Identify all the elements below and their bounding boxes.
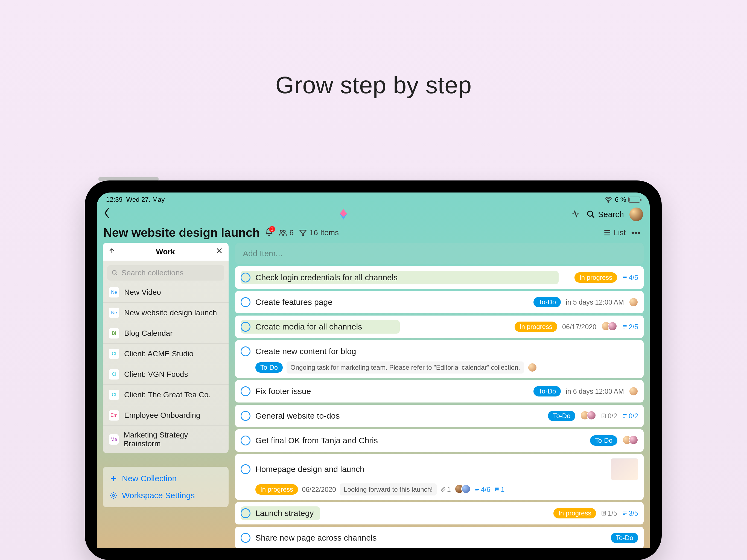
status-pill[interactable]: To-Do <box>255 362 283 373</box>
task-item[interactable]: Create features page To-Do in 5 days 12:… <box>235 291 644 313</box>
subtask-counter[interactable]: 4/6 <box>474 486 491 493</box>
task-list: Add Item... Check login credentials for … <box>235 243 644 548</box>
comment-counter[interactable]: 1 <box>494 486 505 493</box>
activity-icon[interactable] <box>571 209 580 219</box>
collection-tag: Ma <box>109 434 119 444</box>
assignee-avatars[interactable] <box>580 411 596 421</box>
task-checkbox[interactable] <box>241 508 251 518</box>
task-item[interactable]: General website to-dos To-Do 0/20/2 <box>235 405 644 427</box>
assignee-avatar[interactable] <box>629 387 638 396</box>
status-bar: 12:39 Wed 27. May 6 % <box>97 193 650 206</box>
sidebar-collection-item[interactable]: Cl Client: VGN Foods <box>103 364 229 385</box>
task-checkbox[interactable] <box>241 411 251 421</box>
collection-tag: Ne <box>109 287 119 298</box>
status-pill[interactable]: In progress <box>553 508 596 518</box>
svg-point-7 <box>112 494 114 497</box>
task-checkbox[interactable] <box>241 386 251 396</box>
sidebar-close-button[interactable] <box>215 247 223 257</box>
attachment-counter[interactable]: 1 <box>440 486 451 493</box>
filter-button[interactable]: 16 Items <box>299 228 339 237</box>
assignee-avatars[interactable] <box>455 484 470 495</box>
subtask-counter[interactable]: 4/5 <box>622 274 638 282</box>
svg-point-3 <box>588 211 593 216</box>
status-pill[interactable]: In progress <box>515 322 557 332</box>
tablet-frame: 12:39 Wed 27. May 6 % Search <box>85 180 662 560</box>
collection-tag: Bl <box>109 328 119 338</box>
sidebar: Work Search collections Ne New VideoNe N… <box>103 243 229 507</box>
task-item[interactable]: Check login credentials for all channels… <box>235 266 644 289</box>
assignee-avatar[interactable] <box>629 298 638 307</box>
task-item[interactable]: Create media for all channels In progres… <box>235 315 644 338</box>
user-avatar[interactable] <box>629 207 643 221</box>
subtask-counter[interactable]: 0/2 <box>622 412 638 420</box>
plus-icon <box>109 475 118 483</box>
assignee-avatars[interactable] <box>622 435 638 446</box>
status-pill[interactable]: To-Do <box>590 435 617 446</box>
status-pill[interactable]: To-Do <box>611 533 638 543</box>
task-date: 06/22/2020 <box>302 486 336 493</box>
collection-label: Client: ACME Studio <box>124 350 194 358</box>
sidebar-collection-item[interactable]: Cl Client: The Great Tea Co. <box>103 385 229 405</box>
task-item[interactable]: Share new page across channels To-Do <box>235 527 644 548</box>
task-checkbox[interactable] <box>241 347 251 356</box>
task-checkbox[interactable] <box>241 322 251 332</box>
task-thumbnail <box>611 458 638 480</box>
more-menu-button[interactable]: ••• <box>628 228 643 238</box>
subtask-counter[interactable]: 2/5 <box>622 323 638 331</box>
status-pill[interactable]: In progress <box>574 272 617 283</box>
collection-label: Client: The Great Tea Co. <box>124 390 210 399</box>
notification-badge: 1 <box>269 226 275 232</box>
sidebar-up-button[interactable] <box>108 247 115 256</box>
assignee-avatar[interactable] <box>528 363 537 372</box>
sidebar-collection-item[interactable]: Bl Blog Calendar <box>103 323 229 344</box>
search-button[interactable]: Search <box>587 210 624 219</box>
status-pill[interactable]: To-Do <box>548 411 575 421</box>
task-meta-text: in 5 days 12:00 AM <box>566 298 624 306</box>
svg-point-4 <box>280 230 282 232</box>
collection-label: New Video <box>124 288 161 297</box>
task-title: General website to-dos <box>255 411 543 421</box>
note-counter[interactable]: 0/2 <box>601 412 617 420</box>
svg-point-6 <box>112 271 116 274</box>
svg-point-5 <box>283 230 285 232</box>
task-checkbox[interactable] <box>241 436 251 446</box>
task-item[interactable]: Homepage design and launch In progress 0… <box>235 454 644 500</box>
status-pill[interactable]: In progress <box>255 484 298 495</box>
back-button[interactable] <box>103 207 116 221</box>
task-item[interactable]: Fix footer issue To-Do in 6 days 12:00 A… <box>235 380 644 403</box>
notifications-button[interactable]: 1 <box>265 228 274 238</box>
note-counter[interactable]: 1/5 <box>601 509 617 517</box>
workspace-settings-button[interactable]: Workspace Settings <box>103 487 229 504</box>
battery-percent: 6 % <box>615 196 626 203</box>
add-item-input[interactable]: Add Item... <box>235 243 644 264</box>
task-checkbox[interactable] <box>241 533 251 543</box>
task-item[interactable]: Get final OK from Tanja and Chris To-Do <box>235 429 644 452</box>
subtask-counter[interactable]: 3/5 <box>622 509 638 517</box>
collection-tag: Ne <box>109 308 119 318</box>
task-title: Get final OK from Tanja and Chris <box>255 436 585 445</box>
app-screen: 12:39 Wed 27. May 6 % Search <box>97 193 650 548</box>
sidebar-collection-item[interactable]: Ma Marketing Strategy Brainstorm <box>103 426 229 453</box>
task-note: Ongoing task for marketing team. Please … <box>287 361 524 374</box>
members-count[interactable]: 6 <box>278 228 294 237</box>
status-pill[interactable]: To-Do <box>534 386 561 397</box>
task-item[interactable]: Launch strategy In progress 1/53/5 <box>235 502 644 525</box>
task-title: Launch strategy <box>255 509 548 518</box>
sidebar-collection-item[interactable]: Cl Client: ACME Studio <box>103 344 229 364</box>
assignee-avatars[interactable] <box>601 322 617 332</box>
new-collection-button[interactable]: New Collection <box>103 470 229 487</box>
sidebar-collection-item[interactable]: Ne New Video <box>103 282 229 303</box>
task-checkbox[interactable] <box>241 464 251 474</box>
task-checkbox[interactable] <box>241 297 251 307</box>
collection-label: New website design launch <box>124 308 217 317</box>
collection-tag: Cl <box>109 349 119 359</box>
sidebar-collection-item[interactable]: Em Employee Onboarding <box>103 405 229 426</box>
sidebar-title: Work <box>156 248 175 256</box>
view-mode-toggle[interactable]: List <box>603 228 626 237</box>
sidebar-collection-item[interactable]: Ne New website design launch <box>103 303 229 323</box>
filter-icon <box>299 228 307 237</box>
status-pill[interactable]: To-Do <box>534 297 561 307</box>
search-collections-input[interactable]: Search collections <box>107 265 224 281</box>
task-checkbox[interactable] <box>241 273 251 282</box>
task-item[interactable]: Create new content for blog To-Do Ongoin… <box>235 340 644 378</box>
